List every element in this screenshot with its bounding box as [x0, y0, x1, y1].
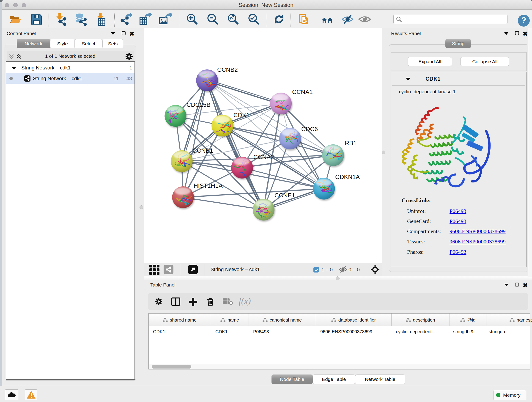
svg-text:CDC6: CDC6	[301, 126, 318, 133]
svg-text:CDK1: CDK1	[234, 112, 250, 119]
svg-text:CDC25B: CDC25B	[186, 101, 210, 108]
svg-text:CCNB1: CCNB1	[192, 147, 213, 154]
svg-text:CDKN1A: CDKN1A	[335, 173, 360, 180]
svg-text:CCNE1: CCNE1	[274, 192, 295, 199]
svg-text:RB1: RB1	[345, 140, 357, 147]
svg-text:CCNA2: CCNA2	[253, 153, 274, 160]
svg-text:HIST1H1A: HIST1H1A	[194, 182, 223, 189]
svg-text:CCNB2: CCNB2	[217, 66, 238, 73]
svg-text:CCNA1: CCNA1	[292, 89, 313, 95]
